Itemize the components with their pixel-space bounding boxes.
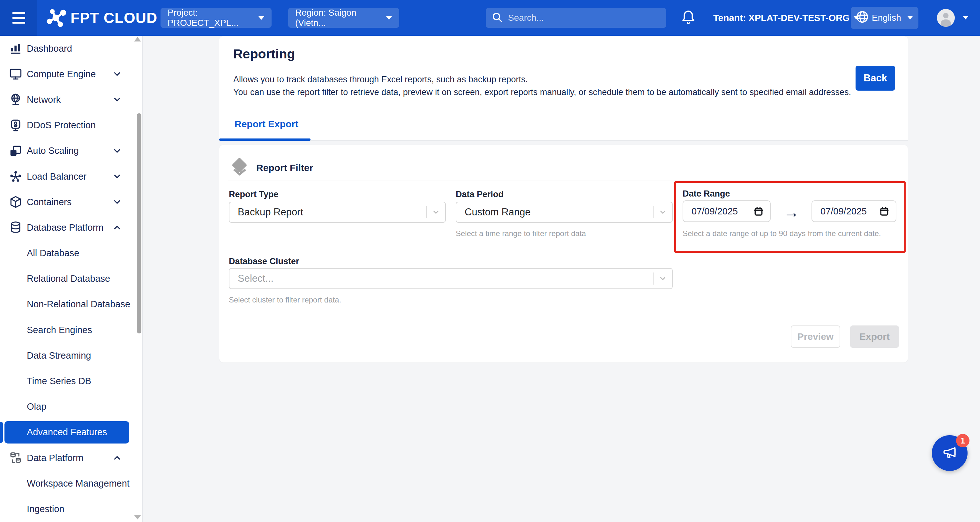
date-start-value: 07/09/2025 (692, 206, 738, 216)
sidebar-item-label: DDoS Protection (27, 120, 96, 130)
sidebar-item-data-streaming[interactable]: Data Streaming (0, 343, 142, 368)
data-period-label: Data Period (456, 189, 504, 199)
sidebar-item-label: Search Engines (27, 325, 92, 335)
layers-icon (231, 158, 248, 177)
hamburger-menu-button[interactable] (0, 0, 37, 36)
sidebar-item-ddos-protection[interactable]: DDoS Protection (0, 113, 142, 138)
project-selector-label: Project: PROJECT_XPL... (167, 8, 258, 28)
language-selector[interactable]: English (851, 7, 918, 29)
chevron-down-icon (654, 208, 672, 216)
chevron-down-icon (908, 16, 913, 19)
sidebar-item-workspace-management[interactable]: Workspace Management (0, 471, 142, 496)
megaphone-icon (940, 443, 959, 463)
sidebar-item-ingestion[interactable]: Ingestion (0, 496, 142, 522)
sidebar-scroll-up-arrow[interactable] (134, 37, 141, 41)
project-selector[interactable]: Project: PROJECT_XPL... (161, 8, 272, 28)
report-type-label: Report Type (229, 189, 278, 199)
sidebar-scrollbar[interactable] (137, 113, 142, 333)
region-selector[interactable]: Region: Saigon (Vietn... (288, 8, 399, 28)
sidebar-item-label: Load Balancer (27, 171, 86, 182)
back-button[interactable]: Back (856, 66, 895, 91)
database-cluster-select[interactable]: Select... (229, 268, 673, 289)
dashboard-icon (8, 41, 23, 56)
sidebar-item-load-balancer[interactable]: Load Balancer (0, 164, 142, 189)
active-tab-indicator (219, 138, 310, 141)
report-type-select[interactable]: Backup Report (229, 202, 446, 223)
sidebar-item-dashboard[interactable]: Dashboard (0, 36, 142, 61)
preview-button[interactable]: Preview (791, 325, 840, 348)
sidebar-item-label: Olap (27, 401, 46, 412)
chevron-down-icon (258, 16, 264, 20)
sidebar-item-advanced-features[interactable]: Advanced Features (5, 421, 129, 444)
sidebar-item-label: Compute Engine (27, 69, 96, 80)
calendar-icon[interactable] (753, 206, 764, 216)
divider (228, 181, 898, 181)
sidebar-item-auto-scaling[interactable]: Auto Scaling (0, 138, 142, 164)
search-icon (492, 11, 503, 24)
database-cluster-placeholder: Select... (238, 273, 274, 284)
tab-report-export[interactable]: Report Export (235, 119, 298, 129)
sidebar-item-label: Auto Scaling (27, 145, 79, 156)
brand-name: FPT CLOUD (70, 9, 158, 27)
sidebar-item-time-series-db[interactable]: Time Series DB (0, 368, 142, 394)
sidebar-item-non-relational-database[interactable]: Non-Relational Database (0, 292, 142, 317)
user-menu[interactable] (937, 0, 968, 36)
loadbalancer-icon (8, 169, 23, 184)
sidebar-item-network[interactable]: Network (0, 87, 142, 112)
database-icon (8, 220, 23, 235)
page-description-line1: Allows you to track databases through Ex… (233, 75, 528, 84)
chevron-down-icon (112, 146, 122, 156)
sidebar-item-olap[interactable]: Olap (0, 394, 142, 420)
sidebar-item-label: Containers (27, 197, 72, 207)
compute-icon (8, 67, 23, 81)
reporting-header-card: Reporting Allows you to track databases … (219, 37, 908, 141)
chevron-down-icon (963, 16, 968, 19)
fpt-cloud-logo-icon (46, 7, 66, 29)
sidebar-item-containers[interactable]: Containers (0, 189, 142, 215)
dataplatform-icon (8, 450, 23, 465)
chevron-up-icon (112, 453, 122, 463)
containers-icon (8, 195, 23, 209)
sidebar-item-database-platform[interactable]: Database Platform (0, 215, 142, 240)
page-title: Reporting (233, 46, 295, 62)
sidebar-item-label: Dashboard (27, 43, 72, 54)
tenant-label: Tenant: XPLAT-DEV-TEST-ORG (713, 13, 850, 23)
chevron-up-icon (112, 223, 122, 232)
sidebar-item-label: Network (27, 94, 60, 105)
language-label: English (872, 13, 901, 23)
chevron-down-icon (112, 172, 122, 181)
data-period-value: Custom Range (465, 207, 531, 218)
avatar (937, 9, 955, 27)
calendar-icon[interactable] (879, 206, 889, 216)
ddos-icon (8, 118, 23, 133)
sidebar-item-label: Workspace Management (27, 478, 130, 489)
sidebar-item-label: Time Series DB (27, 376, 91, 387)
data-period-select[interactable]: Custom Range (456, 202, 673, 223)
sidebar-scroll-down-arrow[interactable] (134, 515, 141, 519)
sidebar-item-label: Ingestion (27, 504, 64, 514)
chevron-down-icon (112, 69, 122, 79)
date-start-input[interactable]: 07/09/2025 (682, 201, 771, 222)
date-range-label: Date Range (682, 189, 730, 199)
sidebar-item-all-database[interactable]: All Database (0, 240, 142, 266)
tenant-selector[interactable]: Tenant: XPLAT-DEV-TEST-ORG (713, 0, 859, 36)
autoscaling-icon (8, 143, 23, 158)
date-end-input[interactable]: 07/09/2025 (811, 201, 896, 222)
sidebar-item-search-engines[interactable]: Search Engines (0, 317, 142, 343)
export-button[interactable]: Export (850, 325, 899, 348)
network-icon (8, 92, 23, 107)
search-input[interactable] (508, 13, 660, 23)
chevron-down-icon (112, 95, 122, 104)
top-navbar: FPT CLOUD Project: PROJECT_XPL... Region… (0, 0, 980, 36)
database-cluster-helper: Select cluster to filter report data. (229, 296, 341, 304)
notifications-bell-icon[interactable] (680, 9, 696, 28)
sidebar-item-label: Relational Database (27, 274, 110, 284)
arrow-right-icon: → (783, 203, 799, 221)
globe-icon (855, 10, 869, 26)
sidebar-item-compute-engine[interactable]: Compute Engine (0, 61, 142, 87)
brand-logo[interactable]: FPT CLOUD (46, 0, 158, 36)
sidebar: DashboardCompute EngineNetworkDDoS Prote… (0, 36, 143, 522)
sidebar-item-data-platform[interactable]: Data Platform (0, 445, 142, 471)
chevron-down-icon (426, 208, 445, 216)
sidebar-item-relational-database[interactable]: Relational Database (0, 266, 142, 292)
